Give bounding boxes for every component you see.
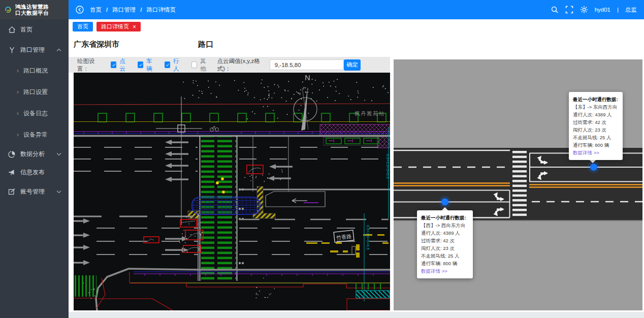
page-title: 广东省深圳市 <box>74 40 119 49</box>
bus-wireframe-detection <box>192 197 260 214</box>
direction-dot-west[interactable] <box>441 199 448 206</box>
checkbox-label: 行人 <box>173 57 183 73</box>
tooltip-row: 闯灯人次: 23 次 <box>573 126 619 134</box>
sidebar-item-intersection-settings[interactable]: › 路口设置 <box>0 81 69 103</box>
tab-intersection-detail[interactable]: 路口详情页 × <box>96 22 141 31</box>
sidebar-item-label: 首页 <box>20 25 33 34</box>
home-icon <box>8 26 16 34</box>
tooltip-row: 通行车辆: 800 辆 <box>573 141 619 149</box>
sidebar-item-intersection-mgmt[interactable]: 路口管理 <box>0 40 69 60</box>
brand-logo-icon <box>4 6 12 14</box>
tooltip-row: 通行人次: 4389 人 <box>573 111 619 118</box>
tooltip-title: 最近一小时通行数据: <box>573 96 619 103</box>
sidebar-item-device-anomaly[interactable]: › 设备异常 <box>0 124 69 145</box>
intersection-view-panel[interactable]: 最近一小时通行数据: 【东】-> 东向西方向 通行人次: 4389 人 过街需求… <box>394 59 642 310</box>
sidebar-item-device-logs[interactable]: › 设备日志 <box>0 103 69 124</box>
fullscreen-icon[interactable] <box>565 6 573 14</box>
cad-cyan-hatch-br <box>356 291 390 298</box>
dimension-text: 0.5+3.0+5+0.5 <box>366 225 370 250</box>
sidebar-item-home[interactable]: 首页 <box>0 19 69 40</box>
checkbox-checked-icon: ✓ <box>111 61 116 68</box>
sidebar-item-intersection-overview[interactable]: › 路口概况 <box>0 60 69 81</box>
breadcrumb: 首页 / 路口管理 / 路口详情页 <box>90 6 176 14</box>
east-direction-marker[interactable] <box>588 161 600 173</box>
tooltip-title: 最近一小时通行数据: <box>421 214 469 221</box>
pointcloud-threshold-input[interactable] <box>270 59 344 70</box>
header-actions: hyd01 | 总监 <box>551 6 644 14</box>
checkbox-pointcloud[interactable]: ✓ 点云 <box>111 57 130 73</box>
breadcrumb-home[interactable]: 首页 <box>90 6 102 14</box>
sidebar-item-label: 路口管理 <box>20 46 45 54</box>
checkbox-unchecked-icon <box>191 61 197 68</box>
tooltip-row: 过街需求: 42 次 <box>573 118 619 126</box>
sidebar-item-label: 账号管理 <box>20 187 45 196</box>
checkbox-label: 车辆 <box>146 57 156 73</box>
sidebar-item-info-publish[interactable]: 信息发布 <box>0 163 69 182</box>
tooltip-row: 闯灯人次: 23 次 <box>421 244 469 252</box>
back-icon[interactable] <box>76 6 84 14</box>
checkbox-other[interactable]: 其他 <box>191 57 210 73</box>
gear-icon[interactable] <box>580 6 588 14</box>
logo-block: 鸿逸达智慧路 口大数据平台 <box>0 0 69 19</box>
tooltip-row: 过街需求: 42 次 <box>421 237 469 244</box>
tab-label: 路口详情页 <box>101 23 129 30</box>
traffic-tooltip-east: 最近一小时通行数据: 【东】-> 东向西方向 通行人次: 4389 人 过街需求… <box>569 92 623 160</box>
cad-green-hatch-bl <box>74 275 96 297</box>
tooltip-direction: 【西】-> 西向东方向 <box>421 221 469 229</box>
breadcrumb-separator: / <box>140 7 142 13</box>
hazard-stripe-marker <box>253 213 275 218</box>
user-divider: | <box>617 7 619 13</box>
data-detail-link[interactable]: 数据详情 >> <box>421 267 469 275</box>
edit-icon <box>8 188 16 196</box>
tab-bar: 首页 路口详情页 × <box>73 22 141 31</box>
chevron-up-icon <box>56 48 61 52</box>
sidebar-item-label: 信息发布 <box>20 168 45 177</box>
breadcrumb-detail-page[interactable]: 路口详情页 <box>146 6 176 14</box>
chevron-right-icon: › <box>17 131 19 138</box>
traffic-tooltip-west: 最近一小时通行数据: 【西】-> 西向东方向 通行人次: 4389 人 过街需求… <box>417 210 473 278</box>
direction-dot-east[interactable] <box>590 164 597 171</box>
tooltip-row: 不走斑马线: 25 人 <box>421 252 469 260</box>
sidebar-subitem-label: 路口概况 <box>23 67 48 75</box>
sidebar-subitem-label: 设备异常 <box>23 131 48 139</box>
app-window: 鸿逸达智慧路 口大数据平台 首页 / 路口管理 / 路口详情页 <box>0 0 644 318</box>
chevron-down-icon <box>56 152 61 156</box>
drawing-settings-toolbar: 绘图设置： ✓ 点云 ✓ 车辆 ✓ 行人 其他 点云阈值(x,y,z格式)： 确… <box>69 57 390 73</box>
tooltip-row: 通行人次: 4389 人 <box>421 229 469 237</box>
app-title: 鸿逸达智慧路 口大数据平台 <box>15 4 49 16</box>
cad-drawing-canvas: 枫丹雅苑站 N <box>74 73 390 310</box>
sidebar-item-label: 数据分析 <box>20 150 45 158</box>
chevron-right-icon: › <box>17 67 19 74</box>
threshold-label: 点云阈值(x,y,z格式)： <box>217 57 267 73</box>
tooltip-row: 通行车辆: 800 辆 <box>421 260 469 267</box>
sidebar-item-data-analysis[interactable]: 数据分析 <box>0 145 69 163</box>
north-label: N <box>305 73 310 82</box>
fork-road-icon <box>8 46 16 54</box>
pointcloud-map-panel[interactable]: 枫丹雅苑站 N <box>74 73 390 310</box>
breadcrumb-intersection-mgmt[interactable]: 路口管理 <box>112 6 136 14</box>
sidebar-subitem-label: 设备日志 <box>23 109 48 118</box>
breadcrumb-separator: / <box>106 7 108 13</box>
username[interactable]: hyd01 <box>595 7 610 13</box>
checkbox-checked-icon: ✓ <box>165 61 170 68</box>
checkbox-checked-icon: ✓ <box>138 61 143 68</box>
sidebar-nav: 首页 路口管理 › 路口概况 › 路口设置 › 设备日志 › 设备异常 <box>0 19 69 318</box>
bus-station-label: 枫丹雅苑站 <box>355 110 385 116</box>
confirm-button[interactable]: 确定 <box>344 59 361 71</box>
data-detail-link[interactable]: 数据详情 >> <box>573 149 619 156</box>
close-icon[interactable]: × <box>133 24 136 30</box>
dimension-text: 0.5+3.5+5+0.5 <box>385 154 390 179</box>
west-direction-marker[interactable] <box>439 196 451 208</box>
sidebar-subitem-label: 路口设置 <box>23 88 48 97</box>
top-header: 鸿逸达智慧路 口大数据平台 首页 / 路口管理 / 路口详情页 <box>0 0 644 19</box>
checkbox-pedestrian[interactable]: ✓ 行人 <box>165 57 183 73</box>
chevron-right-icon: › <box>17 110 19 117</box>
search-icon[interactable] <box>551 6 559 14</box>
tooltip-direction: 【东】-> 东向西方向 <box>573 103 619 111</box>
sidebar-item-account-mgmt[interactable]: 账号管理 <box>0 182 69 201</box>
checkbox-vehicle[interactable]: ✓ 车辆 <box>138 57 156 73</box>
megaphone-icon <box>8 169 16 176</box>
checkbox-label: 点云 <box>119 57 130 73</box>
chevron-down-icon <box>56 190 61 194</box>
tab-home[interactable]: 首页 <box>73 22 93 31</box>
